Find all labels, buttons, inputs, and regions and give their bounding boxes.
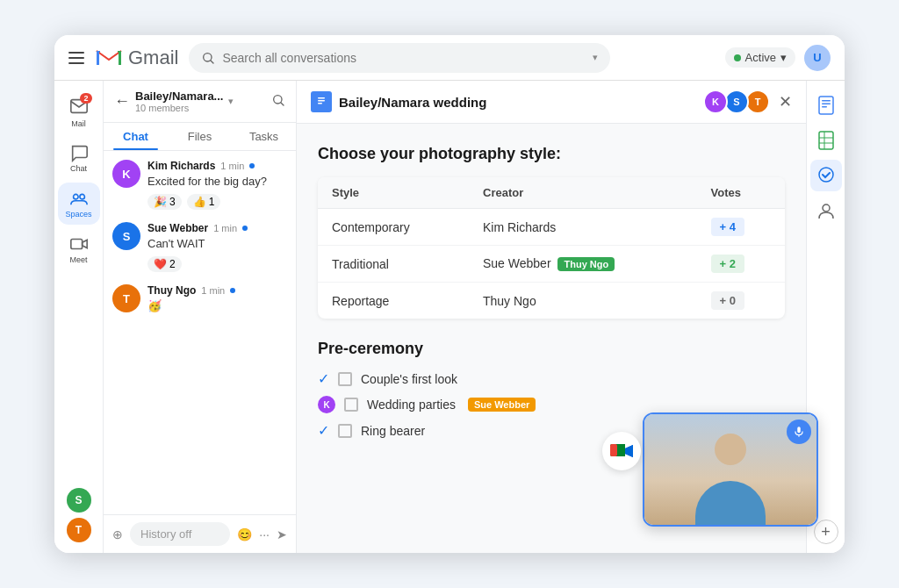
tab-files[interactable]: Files <box>168 123 232 150</box>
table-row: Contemporary Kim Richards + 4 <box>318 209 785 246</box>
style-reportage: Reportage <box>318 283 469 319</box>
svg-rect-10 <box>70 240 82 249</box>
votes-contemporary: + 4 <box>697 209 785 246</box>
search-bar[interactable]: ▾ <box>189 43 610 73</box>
video-mic-button[interactable] <box>787 419 811 444</box>
doc-header: Bailey/Namara wedding K S T ✕ <box>297 81 806 124</box>
svg-rect-14 <box>318 97 325 99</box>
checkbox-2[interactable] <box>344 398 358 412</box>
table-row: Reportage Thuy Ngo + 0 <box>318 283 785 319</box>
right-contacts-icon[interactable] <box>810 195 842 226</box>
gmail-label: Gmail <box>128 47 178 69</box>
emoji-icon[interactable]: 😊 <box>237 527 252 541</box>
collaborator-avatar-1: K <box>703 90 728 114</box>
reaction-heart[interactable]: ❤️ 2 <box>147 256 182 272</box>
user-avatar[interactable]: U <box>804 45 831 71</box>
space-dropdown[interactable]: ▾ <box>228 96 234 107</box>
creator-kim: Kim Richards <box>469 209 697 246</box>
docs-icon <box>818 96 834 115</box>
active-dropdown-arrow: ▾ <box>780 51 787 64</box>
pre-ceremony-title: Pre-ceremony <box>318 340 785 358</box>
chat-label: Chat <box>70 164 87 173</box>
reaction-party[interactable]: 🎉 3 <box>147 194 182 210</box>
mail-label: Mail <box>71 119 86 128</box>
online-dot <box>249 163 255 169</box>
active-label: Active <box>745 51 776 64</box>
msg-text: 🥳 <box>147 298 287 314</box>
chat-panel-header: ← Bailey/Namara... 10 members ▾ <box>104 81 296 123</box>
chat-icon <box>69 143 89 162</box>
search-in-chat[interactable] <box>271 93 285 111</box>
meet-icon <box>69 234 89 254</box>
tooltip-sue: Sue Webber <box>468 398 536 412</box>
hamburger-menu[interactable] <box>68 52 84 64</box>
collaborator-avatar-2: S <box>724 90 749 114</box>
add-app-button[interactable]: + <box>814 520 838 544</box>
svg-rect-13 <box>315 94 327 110</box>
creator-thuy: Thuy Ngo <box>469 283 697 319</box>
sidebar-item-spaces[interactable]: Spaces <box>58 183 100 225</box>
tab-chat[interactable]: Chat <box>104 123 168 150</box>
more-options-icon[interactable]: ··· <box>259 527 270 541</box>
sidebar-item-meet[interactable]: Meet <box>58 228 100 270</box>
svg-point-25 <box>819 168 833 182</box>
reaction-thumbs[interactable]: 👍 1 <box>187 194 221 210</box>
chat-input-placeholder: History off <box>140 527 191 541</box>
svg-rect-27 <box>797 427 801 433</box>
search-input[interactable] <box>222 51 586 65</box>
meet-icon-overlay[interactable] <box>602 432 644 474</box>
chat-input-area: ⊕ History off 😊 ··· ➤ <box>104 514 296 553</box>
left-sidebar: 2 Mail Chat Spaces <box>54 81 104 553</box>
col-votes: Votes <box>697 177 785 209</box>
meet-circle <box>602 432 641 470</box>
sidebar-item-mail[interactable]: 2 Mail <box>58 91 100 133</box>
sheets-icon <box>818 131 834 150</box>
right-tasks-icon[interactable] <box>810 160 842 191</box>
add-attachment-icon[interactable]: ⊕ <box>112 527 123 541</box>
meet-label: Meet <box>69 255 87 264</box>
mail-badge: 2 <box>80 93 91 104</box>
right-docs-icon[interactable] <box>810 90 842 121</box>
ceremony-item-label: Couple's first look <box>361 372 457 386</box>
spaces-label: Spaces <box>65 210 91 219</box>
svg-rect-16 <box>318 103 322 104</box>
gmail-logo: Gmail <box>95 47 178 69</box>
votes-traditional: + 2 <box>697 246 785 283</box>
svg-rect-31 <box>610 444 617 456</box>
list-item: K Wedding parties Sue Webber <box>318 396 785 413</box>
msg-sender-name: Thuy Ngo <box>147 284 196 297</box>
style-contemporary: Contemporary <box>318 209 469 246</box>
close-doc-button[interactable]: ✕ <box>779 92 792 111</box>
photography-table: Style Creator Votes Contemporary Kim Ric… <box>318 177 785 319</box>
send-icon[interactable]: ➤ <box>277 527 287 541</box>
online-dot <box>242 226 248 231</box>
svg-point-26 <box>823 204 830 212</box>
style-traditional: Traditional <box>318 246 469 283</box>
contact-avatar-1[interactable]: S <box>67 488 91 513</box>
gmail-m-icon <box>95 47 123 68</box>
sidebar-item-chat[interactable]: Chat <box>58 137 100 179</box>
docs-logo <box>315 94 327 110</box>
app-window: Gmail ▾ Active ▾ U <box>54 35 845 553</box>
col-creator: Creator <box>469 177 697 209</box>
ceremony-item-label: Ring bearer <box>361 424 425 438</box>
avatar: S <box>112 222 140 250</box>
person-icon-sue: K <box>318 396 335 413</box>
msg-sender-name: Sue Webber <box>147 222 208 234</box>
search-chat-icon <box>271 93 285 107</box>
search-dropdown-arrow[interactable]: ▾ <box>593 52 598 63</box>
right-sheets-icon[interactable] <box>810 125 842 156</box>
back-button[interactable]: ← <box>114 92 130 111</box>
checkbox-3[interactable] <box>338 424 352 438</box>
video-call-overlay[interactable] <box>643 412 818 527</box>
checkbox-1[interactable] <box>338 372 352 386</box>
contacts-icon <box>818 201 834 220</box>
tab-tasks[interactable]: Tasks <box>232 123 296 150</box>
tasks-icon <box>818 167 834 184</box>
chat-input[interactable]: History off <box>130 522 230 546</box>
google-docs-icon <box>311 91 332 112</box>
active-status[interactable]: Active ▾ <box>725 47 795 68</box>
photo-section-title: Choose your photography style: <box>318 145 785 163</box>
msg-time: 1 min <box>213 223 237 233</box>
contact-avatar-2[interactable]: T <box>67 518 91 542</box>
